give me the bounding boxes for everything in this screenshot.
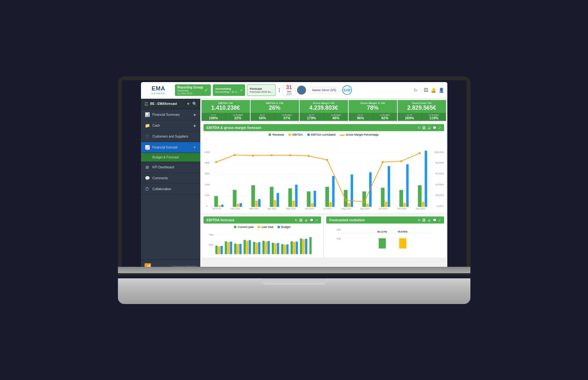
kpi-gm-pct-vs-budget: vs Budget 82% xyxy=(373,113,397,121)
hamburger-icon[interactable]: ☰ xyxy=(144,101,148,106)
sidebar-header: ☰ BE - EMAforecast ▼ 🔍 xyxy=(141,99,200,109)
sidebar-item-financial-forecast[interactable]: 📈 Financial forecast ▼ xyxy=(141,142,200,153)
kpi-gross-margin-label: Gross Margin YtD xyxy=(302,102,345,105)
legend-ebitda: EBITDA xyxy=(288,133,303,136)
profile-icon[interactable]: 👤 xyxy=(439,88,444,93)
reporting-group-date: 31 JAN 2019 xyxy=(178,92,203,95)
legend-budget-label: Budget xyxy=(281,225,291,229)
sidebar-item-kpi-dashboard[interactable]: ⊞ KPI Dashboard xyxy=(141,162,200,173)
more-options-button[interactable] xyxy=(277,87,281,94)
user-icon[interactable]: 👤 xyxy=(297,86,306,95)
evolution-image-icon[interactable]: 🖼 xyxy=(422,218,426,222)
svg-text:70M: 70M xyxy=(209,234,213,236)
svg-text:Sep 2019: Sep 2019 xyxy=(360,207,369,210)
forecast-tab[interactable]: Forecast Forecast 2019 Gr... xyxy=(247,84,276,96)
legend-current-year-label: Current year xyxy=(238,225,254,229)
svg-rect-88 xyxy=(234,244,236,254)
svg-text:60M: 60M xyxy=(209,244,213,246)
laptop-screen: EMA SPHERE Reporting Group Reporting 31 … xyxy=(141,82,447,273)
kpi-ebitda-pct-main: EBITDA % YtD 26% xyxy=(251,100,299,113)
currency-button[interactable]: EUR xyxy=(342,85,352,95)
kpi-ebitda-main: EBITDA YtD 1.410.238€ xyxy=(202,100,250,113)
legend-ebitda-cumulated-dot xyxy=(307,133,310,136)
svg-text:20.00%: 20.00% xyxy=(435,194,444,197)
svg-text:60M: 60M xyxy=(204,151,209,154)
svg-rect-52 xyxy=(422,202,424,207)
svg-text:0: 0 xyxy=(206,205,207,207)
chart-comment-icon[interactable]: 💬 xyxy=(433,126,436,130)
sidebar-item-comments[interactable]: 💬 Comments xyxy=(141,173,200,184)
svg-rect-25 xyxy=(255,201,258,207)
evolution-expand-icon[interactable]: ⤢ xyxy=(438,218,441,222)
bell-icon[interactable]: 🔔 xyxy=(431,88,436,93)
svg-rect-120 xyxy=(379,238,386,249)
laptop-body xyxy=(118,278,470,304)
kpi-gross-margin-pct-value: 78% xyxy=(351,105,394,112)
sidebar-item-financial-summary[interactable]: 📊 Financial Summary ▶ xyxy=(141,109,200,120)
sidebar-label-cash: Cash xyxy=(153,124,191,127)
svg-rect-44 xyxy=(369,172,372,207)
ebitda-print-icon[interactable]: 🖨 xyxy=(304,218,308,222)
forecasted-evolution-chart: Forecasted evolution ↻ 🖼 🖨 💬 ⤢ xyxy=(324,215,446,258)
legend-budget-dot xyxy=(277,226,280,228)
svg-point-60 xyxy=(326,159,328,161)
image-icon[interactable]: 🖼 xyxy=(424,88,428,93)
svg-text:100.00%: 100.00% xyxy=(434,151,444,154)
sidebar-item-collaboration[interactable]: 🗒 Collaboration xyxy=(141,184,200,195)
refresh-icon[interactable]: ↻ xyxy=(414,88,418,93)
chart-refresh-icon[interactable]: ↻ xyxy=(418,126,420,130)
svg-text:40.00%: 40.00% xyxy=(435,183,444,186)
svg-text:80M: 80M xyxy=(337,229,341,231)
chart-expand-icon[interactable]: ⤢ xyxy=(438,126,441,130)
chart-print-icon[interactable]: 🖨 xyxy=(427,126,431,130)
svg-rect-28 xyxy=(274,200,276,207)
ebitda-expand-icon[interactable]: ⤢ xyxy=(315,218,318,222)
check-icon: ✓ xyxy=(204,88,208,93)
master-demo-button[interactable]: Master Demo (5/5) xyxy=(308,87,340,93)
main-chart-svg: 0 12M 24M 36M 48M 60M 0.00% 20.00% 40.00… xyxy=(203,138,444,211)
accounting-tab[interactable]: Accounting Accounting - 31 J... ✓ xyxy=(213,84,245,96)
legend-budget: Budget xyxy=(277,225,291,229)
svg-rect-41 xyxy=(351,174,353,207)
svg-rect-95 xyxy=(255,243,258,254)
evolution-comment-icon[interactable]: 💬 xyxy=(433,218,436,222)
financial-summary-arrow: ▶ xyxy=(194,113,196,116)
sidebar-label-financial-forecast: Financial forecast xyxy=(153,146,191,149)
svg-text:Oct 2019: Oct 2019 xyxy=(378,207,387,210)
sidebar-filter-icon[interactable]: ▼ xyxy=(186,102,190,106)
svg-rect-27 xyxy=(270,187,274,207)
ebitda-refresh-icon[interactable]: ↻ xyxy=(295,218,297,222)
sidebar-search-icon[interactable]: 🔍 xyxy=(192,102,197,106)
reporting-group-title: Reporting Group xyxy=(178,86,203,89)
kpi-fixed-costs-vs-ly: vs LY 269% xyxy=(398,113,422,121)
sidebar-sub-item-budget-forecast[interactable]: Budget & Forecast xyxy=(141,153,200,162)
sidebar: ☰ BE - EMAforecast ▼ 🔍 📊 Financial Summa… xyxy=(141,99,200,273)
ebitda-image-icon[interactable]: 🖼 xyxy=(299,218,302,222)
ebitda-forecast-area: 70M 60M xyxy=(203,230,321,256)
top-bar: EMA SPHERE Reporting Group Reporting 31 … xyxy=(141,82,447,99)
svg-rect-29 xyxy=(277,193,279,207)
svg-text:Dec 2019: Dec 2019 xyxy=(416,207,425,210)
date-button[interactable]: 31 Jan 2019 xyxy=(283,84,295,96)
reporting-group-button[interactable]: Reporting Group Reporting 31 JAN 2019 ✓ xyxy=(175,84,211,96)
svg-text:80.00%: 80.00% xyxy=(435,161,444,164)
chart-image-icon[interactable]: 🖼 xyxy=(422,126,426,130)
svg-rect-36 xyxy=(325,187,329,207)
svg-point-54 xyxy=(215,161,217,163)
svg-rect-22 xyxy=(236,204,239,207)
sidebar-item-cash[interactable]: 📁 Cash ▶ xyxy=(141,120,200,131)
svg-rect-94 xyxy=(253,242,255,254)
sidebar-title: BE - EMAforecast xyxy=(150,102,185,106)
evolution-refresh-icon[interactable]: ↻ xyxy=(418,218,420,222)
evolution-print-icon[interactable]: 🖨 xyxy=(427,218,431,222)
svg-text:36M: 36M xyxy=(204,172,209,175)
bottom-charts-row: EBITDA forecast ↻ 🖼 🖨 💬 ⤢ xyxy=(202,215,446,258)
ebitda-forecast-header: EBITDA forecast ↻ 🖼 🖨 💬 ⤢ xyxy=(203,216,321,224)
kpi-fixed-costs-vs-budget: vs Budget 119% xyxy=(422,113,446,121)
svg-rect-26 xyxy=(258,199,261,207)
svg-rect-121 xyxy=(399,238,406,249)
svg-text:60M: 60M xyxy=(337,238,341,240)
svg-rect-18 xyxy=(214,196,218,207)
sidebar-item-customers-suppliers[interactable]: ♡ Customers and Suppliers xyxy=(141,131,200,142)
ebitda-comment-icon[interactable]: 💬 xyxy=(310,218,313,222)
